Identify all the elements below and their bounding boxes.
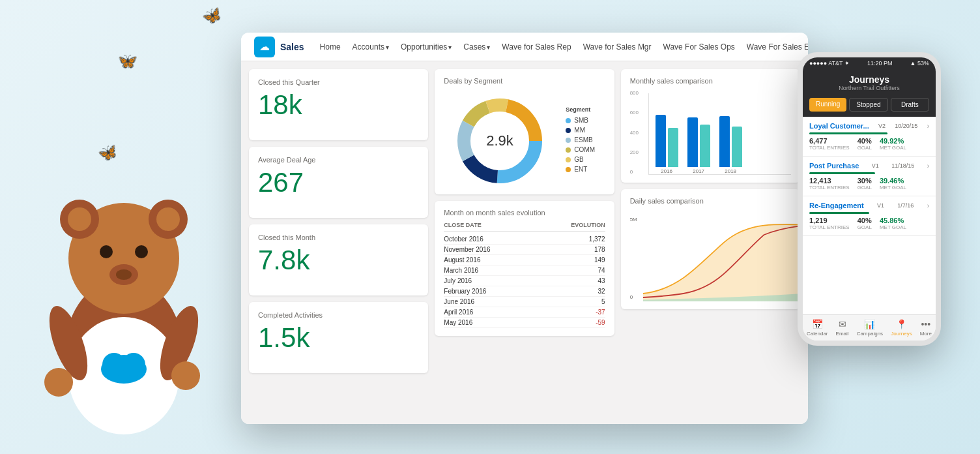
- phone-tab-bar: Running Stopped Drafts: [803, 98, 936, 117]
- journey-item-2[interactable]: Post Purchase V1 11/18/15 › 12,413 TOTAL…: [803, 157, 936, 196]
- stat-label-entries-3: TOTAL ENTRIES: [809, 224, 850, 230]
- nav-wave-sales-rep[interactable]: Wave for Sales Rep: [497, 40, 576, 54]
- nav-journeys[interactable]: 📍 Journeys: [891, 319, 912, 337]
- dashboard-content: Closed this Quarter 18k Average Deal Age…: [241, 61, 808, 424]
- journey-progress-1: [809, 132, 887, 134]
- y-label-5m: 5M: [630, 217, 637, 222]
- more-icon: •••: [921, 319, 930, 329]
- legend-mm: MM: [566, 127, 595, 134]
- bar-label-2017: 2017: [693, 168, 704, 174]
- bar-2018-1: [719, 116, 730, 167]
- journey-stats-3: 1,219 TOTAL ENTRIES 40% GOAL 45.86% MET …: [809, 217, 929, 230]
- stat-goal-2: 30% GOAL: [857, 177, 872, 190]
- bar-label-2018: 2018: [725, 168, 736, 174]
- svg-point-4: [149, 200, 188, 239]
- tab-running[interactable]: Running: [809, 98, 846, 112]
- phone-app-title: Journeys: [809, 74, 929, 85]
- nav-wave-sales-exec[interactable]: Wave For Sales Exec: [742, 40, 808, 54]
- stat-value-met-goal-2: 39.46%: [880, 177, 906, 185]
- stat-label-met-goal-2: MET GOAL: [880, 185, 906, 190]
- bar-2016-1: [656, 115, 666, 167]
- app-name: Sales: [280, 42, 304, 52]
- journey-name-2: Post Purchase: [809, 162, 859, 170]
- stat-value-goal-1: 40%: [857, 137, 872, 145]
- monthly-sales-widget: Monthly sales comparison 800 600 400 200…: [621, 69, 800, 183]
- email-icon: ✉: [839, 319, 846, 329]
- nav-email[interactable]: ✉ Email: [836, 319, 849, 337]
- table-header: CLOSE DATE EVOLUTION: [444, 222, 605, 232]
- bar-2018-2: [732, 127, 742, 167]
- legend-gb: GB: [566, 156, 595, 163]
- salesforce-logo: ☁: [254, 37, 275, 57]
- avg-deal-age-value: 267: [258, 169, 419, 196]
- nav-wave-sales-ops[interactable]: Wave For Sales Ops: [658, 40, 740, 54]
- svg-point-3: [68, 207, 91, 231]
- nav-accounts[interactable]: Accounts▾: [347, 40, 394, 54]
- svg-point-0: [65, 278, 182, 421]
- daily-sales-widget: Daily sales comparison 5M 0: [621, 189, 800, 309]
- journey-name-1: Loyal Customer...: [809, 122, 869, 130]
- stat-label-goal-2: GOAL: [857, 185, 872, 190]
- stat-met-goal-3: 45.86% MET GOAL: [880, 217, 906, 230]
- phone-app-subtitle: Northern Trail Outfitters: [809, 85, 929, 91]
- journey-item-3[interactable]: Re-Engagement V1 1/7/16 › 1,219 TOTAL EN…: [803, 196, 936, 236]
- journey-version-2: V1: [872, 162, 879, 169]
- stat-value-entries-3: 1,219: [809, 217, 850, 224]
- nav-opportunities[interactable]: Opportunities▾: [396, 40, 457, 54]
- stat-value-entries-1: 6,477: [809, 137, 850, 145]
- svg-point-16: [171, 361, 200, 390]
- calendar-icon: 📅: [812, 319, 823, 329]
- donut-chart: 2.9k: [454, 95, 545, 187]
- phone-status-bar: ●●●●● AT&T ✦ 11:20 PM ▲ 53%: [803, 57, 936, 69]
- deals-by-segment-title: Deals by Segment: [444, 77, 605, 85]
- completed-activities-widget: Completed Activities 1.5k: [249, 302, 428, 373]
- journey-item-1[interactable]: Loyal Customer... V2 10/20/15 › 6,477 TO…: [803, 117, 936, 157]
- nav-calendar[interactable]: 📅 Calendar: [807, 319, 828, 337]
- nav-home[interactable]: Home: [315, 40, 346, 54]
- journey-date-2: 11/18/15: [891, 162, 914, 169]
- legend-ent: ENT: [566, 166, 595, 173]
- closed-month-label: Closed this Month: [258, 234, 419, 241]
- stat-value-goal-3: 40%: [857, 217, 872, 224]
- legend-header: Segment: [566, 106, 595, 113]
- nav-wave-sales-mgr[interactable]: Wave for Sales Mgr: [578, 40, 657, 54]
- journey-name-3: Re-Engagement: [809, 202, 864, 209]
- tab-drafts[interactable]: Drafts: [891, 98, 929, 112]
- status-left: ●●●●● AT&T ✦: [809, 60, 850, 67]
- stat-label-met-goal-1: MET GOAL: [880, 145, 906, 151]
- stat-met-goal-1: 49.92% MET GOAL: [880, 137, 906, 151]
- legend-smb: SMB: [566, 117, 595, 124]
- avg-deal-age-label: Average Deal Age: [258, 156, 419, 164]
- tab-stopped[interactable]: Stopped: [849, 98, 887, 112]
- chevron-icon-1: ›: [927, 123, 929, 130]
- stat-value-goal-2: 30%: [857, 177, 872, 185]
- legend-esmb: ESMB: [566, 136, 595, 144]
- journey-stats-1: 6,477 TOTAL ENTRIES 40% GOAL 49.92% MET …: [809, 137, 929, 151]
- phone-content: Loyal Customer... V2 10/20/15 › 6,477 TO…: [803, 117, 936, 236]
- table-row: June 2016 5: [444, 297, 605, 307]
- nav-cases[interactable]: Cases▾: [458, 40, 495, 54]
- completed-activities-value: 1.5k: [258, 324, 419, 352]
- legend-comm: COMM: [566, 146, 595, 153]
- journey-stats-2: 12,413 TOTAL ENTRIES 30% GOAL 39.46% MET…: [809, 177, 929, 190]
- donut-legend: Segment SMB MM ESMB: [566, 106, 595, 175]
- stat-value-met-goal-1: 49.92%: [880, 137, 906, 145]
- journey-date-1: 10/20/15: [895, 123, 917, 129]
- phone-mockup: ●●●●● AT&T ✦ 11:20 PM ▲ 53% Journeys Nor…: [798, 52, 941, 346]
- stat-value-met-goal-3: 45.86%: [880, 217, 906, 224]
- butterfly-decoration-3: 🦋: [96, 142, 119, 164]
- nav-items: Home Accounts▾ Opportunities▾ Cases▾ Wav…: [315, 39, 808, 55]
- nav-more[interactable]: ••• More: [920, 319, 932, 337]
- svg-point-17: [116, 269, 132, 280]
- closed-month-value: 7.8k: [258, 247, 419, 274]
- salesforce-navbar: ☁ Sales Home Accounts▾ Opportunities▾ Ca…: [241, 33, 808, 61]
- bar-label-2016: 2016: [661, 168, 672, 174]
- y-label-0: 0: [630, 294, 633, 300]
- bar-group-2018: 2018: [719, 116, 742, 174]
- table-row-july: July 2016 43: [444, 276, 605, 286]
- journey-title-row-3: Re-Engagement V1 1/7/16 ›: [809, 202, 929, 209]
- stat-label-goal-1: GOAL: [857, 145, 872, 151]
- table-row: November 2016 178: [444, 245, 605, 255]
- app-launcher-icon[interactable]: [246, 40, 249, 53]
- nav-campaigns[interactable]: 📊 Campaigns: [857, 319, 883, 337]
